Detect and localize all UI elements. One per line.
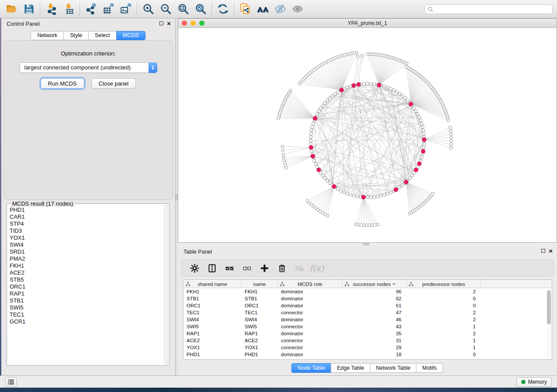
float-panel-icon[interactable]: [159, 21, 163, 25]
refresh-button[interactable]: [214, 2, 232, 17]
network-snapshot-button[interactable]: [236, 2, 254, 17]
column-header-predecessor-nodes[interactable]: predecessor nodes: [407, 280, 481, 288]
mcds-result-item[interactable]: STP4: [10, 220, 163, 227]
table-row[interactable]: SWI4SWI4dominator462: [183, 316, 552, 323]
table-row[interactable]: FKH1FKH1dominator962: [183, 288, 552, 295]
tab-mcds[interactable]: MCDS: [116, 31, 145, 40]
mcds-result-item[interactable]: SWI5: [10, 304, 163, 311]
table-cell: 61: [343, 302, 407, 309]
table-cell: RAP1: [242, 330, 278, 337]
mcds-result-item[interactable]: CAR1: [10, 213, 163, 220]
function-builder-button[interactable]: f(x): [309, 261, 324, 275]
table-settings-button[interactable]: [187, 261, 202, 275]
mcds-result-item[interactable]: SWI4: [10, 241, 163, 248]
mcds-result-item[interactable]: GCR1: [10, 318, 163, 325]
table-cell: dominator: [278, 330, 343, 337]
save-session-button[interactable]: [20, 2, 38, 17]
zoom-fit-button[interactable]: [174, 2, 192, 17]
table-row[interactable]: YOX1YOX1connector291: [183, 344, 552, 351]
mcds-result-item[interactable]: PMA2: [10, 255, 163, 262]
column-header-successor-nodes[interactable]: successor nodes: [343, 280, 407, 288]
mcds-result-item[interactable]: FKH1: [10, 262, 163, 269]
run-mcds-button[interactable]: Run MCDS: [41, 78, 84, 89]
table-row[interactable]: TEC1TEC1connector472: [183, 309, 552, 316]
network-window-title: YPA_prune.txt_1: [348, 20, 387, 26]
column-header-shared-name[interactable]: shared name: [183, 280, 242, 288]
hide-selected-button[interactable]: [271, 2, 289, 17]
table-row[interactable]: STB1STB1dominator620: [183, 295, 552, 302]
export-network-button[interactable]: [82, 2, 100, 17]
mcds-result-item[interactable]: SRD1: [10, 248, 163, 255]
tab-edge-table[interactable]: Edge Table: [331, 363, 370, 373]
optimization-criterion-select[interactable]: largest connected component (undirected): [20, 62, 157, 73]
table-row[interactable]: SWI5SWI5connector431: [183, 323, 552, 330]
mcds-result-item[interactable]: TEC1: [10, 311, 163, 318]
tab-network-table[interactable]: Network Table: [370, 363, 417, 373]
table-row[interactable]: ACE2ACE2connector311: [183, 337, 552, 344]
tab-node-table[interactable]: Node Table: [291, 363, 331, 373]
show-all-button[interactable]: [289, 2, 306, 17]
network-canvas[interactable]: [178, 28, 557, 242]
column-visibility-button[interactable]: [204, 261, 219, 275]
table-cell: 35: [343, 330, 407, 337]
zoom-selected-button[interactable]: [192, 2, 209, 17]
mcds-result-item[interactable]: ORC1: [10, 283, 163, 290]
table-cell: 0: [407, 302, 481, 309]
mcds-result-item[interactable]: PHD1: [10, 206, 163, 213]
open-file-button[interactable]: [3, 2, 20, 17]
mcds-result-item[interactable]: RAP1: [10, 290, 163, 297]
delete-column-button[interactable]: [274, 261, 289, 275]
window-zoom-button[interactable]: [199, 21, 204, 26]
table-row[interactable]: RAP1RAP1dominator352: [183, 330, 552, 337]
select-all-button[interactable]: [222, 261, 237, 275]
mcds-result-scrollbar[interactable]: [164, 205, 168, 364]
window-minimize-button[interactable]: [190, 21, 196, 26]
window-close-button[interactable]: [182, 21, 187, 26]
table-cell: PHD1: [183, 351, 242, 358]
memory-button[interactable]: Memory: [516, 377, 552, 387]
export-image-button[interactable]: [117, 2, 135, 17]
mcds-result-item[interactable]: YOX1: [10, 234, 163, 241]
mcds-result-item[interactable]: STB1: [10, 297, 163, 304]
shared-column-icon: [345, 282, 349, 286]
mcds-result-item[interactable]: TID3: [10, 227, 163, 234]
column-label: successor nodes: [353, 282, 391, 287]
search-input[interactable]: [436, 6, 550, 12]
zoom-in-button[interactable]: [139, 2, 157, 17]
splitter-grip[interactable]: [363, 243, 369, 245]
export-table-button[interactable]: [100, 2, 117, 17]
first-neighbors-button[interactable]: [254, 2, 271, 17]
column-header-name[interactable]: name: [242, 280, 278, 288]
close-panel-icon[interactable]: ×: [549, 249, 553, 253]
mcds-result-item[interactable]: ACE2: [10, 269, 163, 276]
import-table-button[interactable]: [60, 2, 77, 17]
float-panel-icon[interactable]: [541, 249, 545, 253]
mcds-result-item[interactable]: STB5: [10, 276, 163, 283]
deselect-all-button[interactable]: [239, 261, 254, 275]
tab-network[interactable]: Network: [31, 31, 64, 40]
eye-slash-icon: [274, 3, 286, 15]
table-body: FKH1FKH1dominator962STB1STB1dominator620…: [183, 288, 552, 358]
table-row[interactable]: PHD1PHD1dominator180: [183, 351, 552, 358]
tab-select[interactable]: Select: [88, 31, 117, 40]
panel-list-button[interactable]: [5, 377, 17, 387]
scrollbar-thumb[interactable]: [547, 290, 551, 324]
table-scrollbar[interactable]: [546, 289, 551, 359]
close-panel-icon[interactable]: ×: [167, 21, 171, 25]
horizontal-splitter[interactable]: [178, 243, 557, 246]
table-cell: connector: [278, 323, 343, 330]
table-toolbar: f(x): [181, 259, 554, 277]
close-panel-button[interactable]: Close panel: [91, 78, 136, 89]
open-folder-icon: [6, 3, 17, 15]
table-cell: ACE2: [242, 337, 278, 344]
table-row[interactable]: ORC1ORC1dominator610: [183, 302, 552, 309]
add-column-button[interactable]: [257, 261, 272, 275]
column-header-MCDS-role[interactable]: MCDS role: [278, 280, 343, 288]
table-cell: SWI4: [242, 316, 278, 323]
tab-style[interactable]: Style: [63, 31, 89, 40]
import-network-button[interactable]: [42, 2, 60, 17]
zoom-out-button[interactable]: [157, 2, 174, 17]
tab-motifs[interactable]: Motifs: [416, 363, 443, 373]
table-cell: 1: [407, 337, 481, 344]
delete-table-button[interactable]: [292, 261, 307, 275]
